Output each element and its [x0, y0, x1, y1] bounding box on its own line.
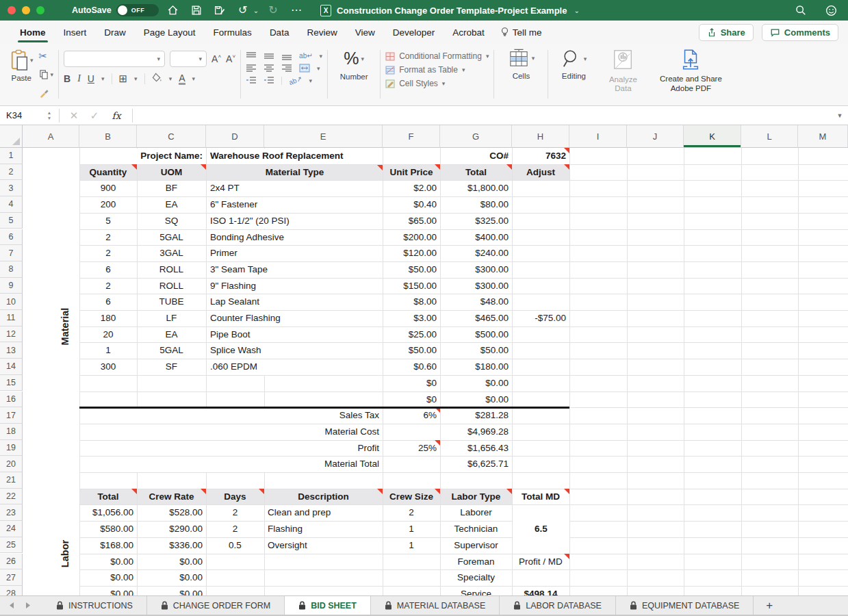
- select-all-corner[interactable]: [0, 125, 23, 148]
- cell-F23[interactable]: 2: [383, 504, 440, 521]
- cell-C13[interactable]: 5GAL: [137, 342, 206, 359]
- cell-B12[interactable]: 20: [79, 326, 137, 343]
- cell-F5[interactable]: $65.00: [383, 213, 440, 229]
- cancel-entry-icon[interactable]: ✕: [64, 110, 84, 122]
- paste-button[interactable]: ▾: [10, 49, 34, 72]
- cell-G16[interactable]: $0.00: [440, 392, 512, 408]
- font-name-select[interactable]: ▾: [64, 51, 165, 67]
- cell-G10[interactable]: $48.00: [440, 294, 512, 310]
- cell-D2[interactable]: Material Type: [207, 165, 383, 181]
- cell-C23[interactable]: $528.00: [137, 504, 206, 521]
- cell-C5[interactable]: SQ: [137, 213, 206, 229]
- row-header-2[interactable]: 2: [0, 164, 23, 181]
- cell-D23[interactable]: 2: [206, 504, 264, 521]
- format-painter-button[interactable]: [39, 86, 54, 99]
- close-window-button[interactable]: [8, 6, 16, 14]
- cell-C28[interactable]: $0.00: [137, 586, 206, 595]
- cell-D7[interactable]: Primer: [207, 246, 383, 261]
- tab-view[interactable]: View: [346, 21, 384, 44]
- tab-data[interactable]: Data: [261, 21, 298, 44]
- cell-B23[interactable]: $1,056.00: [79, 504, 137, 521]
- cell-G20[interactable]: $6,625.71: [440, 456, 512, 472]
- row-header-3[interactable]: 3: [0, 180, 23, 196]
- column-header-M[interactable]: M: [798, 125, 848, 148]
- cell-B14[interactable]: 300: [79, 359, 137, 375]
- cell-F14[interactable]: $0.60: [383, 359, 440, 375]
- row-header-6[interactable]: 6: [0, 229, 23, 246]
- cell-D4[interactable]: 6" Fastener: [207, 197, 383, 213]
- conditional-formatting-button[interactable]: Conditional Formatting▾: [385, 51, 489, 61]
- cell-F3[interactable]: $2.00: [383, 180, 440, 196]
- cell-B8[interactable]: 6: [79, 261, 137, 278]
- cell-G27[interactable]: Specialty: [440, 569, 512, 586]
- row-header-23[interactable]: 23: [0, 504, 23, 521]
- align-bottom-icon[interactable]: [281, 51, 292, 60]
- tab-insert[interactable]: Insert: [55, 21, 96, 44]
- bold-button[interactable]: B: [64, 73, 70, 84]
- cell-F19[interactable]: 25%: [383, 440, 440, 457]
- row-header-17[interactable]: 17: [0, 407, 23, 424]
- cells-button[interactable]: ▾: [508, 49, 535, 68]
- cell-D9[interactable]: 9" Flashing: [207, 279, 383, 294]
- tab-formulas[interactable]: Formulas: [205, 21, 261, 44]
- wrap-text-chevron-icon[interactable]: ▾: [320, 53, 323, 60]
- cell-G22[interactable]: Labor Type: [440, 489, 512, 505]
- row-header-5[interactable]: 5: [0, 213, 23, 229]
- increase-indent-icon[interactable]: [264, 76, 274, 85]
- row-header-18[interactable]: 18: [0, 424, 23, 440]
- row-header-1[interactable]: 1: [0, 148, 23, 164]
- cell-B1[interactable]: Project Name:: [80, 149, 206, 164]
- cell-B19[interactable]: Profit: [80, 441, 383, 457]
- italic-button[interactable]: I: [77, 73, 81, 84]
- cell-C4[interactable]: EA: [137, 196, 206, 213]
- cell-G7[interactable]: $240.00: [440, 245, 512, 261]
- cell-C11[interactable]: LF: [137, 310, 206, 326]
- cell-H1[interactable]: 7632: [512, 148, 569, 164]
- row-header-21[interactable]: 21: [0, 472, 23, 489]
- tab-draw[interactable]: Draw: [95, 21, 135, 44]
- cell-D8[interactable]: 3" Seam Tape: [207, 262, 383, 278]
- cell-C10[interactable]: TUBE: [137, 294, 206, 310]
- cell-F4[interactable]: $0.40: [383, 196, 440, 213]
- cell-B2[interactable]: Quantity: [79, 164, 137, 181]
- cell-H2[interactable]: Adjust: [512, 164, 569, 181]
- cell-E22[interactable]: Description: [264, 489, 383, 505]
- column-header-E[interactable]: E: [264, 125, 383, 148]
- row-header-28[interactable]: 28: [0, 586, 23, 595]
- cell-C6[interactable]: 5GAL: [137, 229, 206, 246]
- cell-C12[interactable]: EA: [137, 326, 206, 343]
- save-as-icon[interactable]: [211, 2, 229, 18]
- orientation-chevron-icon[interactable]: ▾: [309, 77, 313, 84]
- cell-C22[interactable]: Crew Rate: [137, 489, 206, 505]
- cell-F9[interactable]: $150.00: [383, 278, 440, 294]
- search-icon[interactable]: [792, 2, 810, 18]
- row-header-14[interactable]: 14: [0, 359, 23, 375]
- wrap-text-button[interactable]: ab↵: [299, 52, 313, 60]
- cell-C3[interactable]: BF: [137, 180, 206, 196]
- cell-C27[interactable]: $0.00: [137, 569, 206, 586]
- cell-C7[interactable]: 3GAL: [137, 245, 206, 261]
- cell-B17[interactable]: Sales Tax: [80, 408, 383, 424]
- cell-F17[interactable]: 6%: [383, 407, 440, 424]
- cell-D12[interactable]: Pipe Boot: [207, 327, 383, 343]
- format-as-table-button[interactable]: Format as Table▾: [385, 65, 489, 75]
- cell-B11[interactable]: 180: [79, 310, 137, 326]
- cell-F8[interactable]: $50.00: [383, 261, 440, 278]
- cell-B25[interactable]: $168.00: [79, 537, 137, 554]
- cell-D13[interactable]: Splice Wash: [207, 343, 383, 359]
- cell-B22[interactable]: Total: [79, 489, 137, 505]
- cell-C9[interactable]: ROLL: [137, 278, 206, 294]
- row-header-11[interactable]: 11: [0, 310, 23, 326]
- tab-review[interactable]: Review: [298, 21, 346, 44]
- cell-F6[interactable]: $200.00: [383, 229, 440, 246]
- cell-G11[interactable]: $465.00: [440, 310, 512, 326]
- row-header-8[interactable]: 8: [0, 261, 23, 278]
- cell-G5[interactable]: $325.00: [440, 213, 512, 229]
- undo-icon[interactable]: ↺: [234, 2, 252, 18]
- cell-G1[interactable]: CO#: [440, 148, 512, 164]
- cell-B10[interactable]: 6: [79, 294, 137, 310]
- minimize-window-button[interactable]: [22, 6, 30, 14]
- underline-button[interactable]: U: [88, 73, 94, 84]
- sheet-tab-change-order-form[interactable]: CHANGE ORDER FORM: [147, 596, 285, 615]
- formula-bar-expand-chevron-icon[interactable]: ▼: [832, 112, 848, 119]
